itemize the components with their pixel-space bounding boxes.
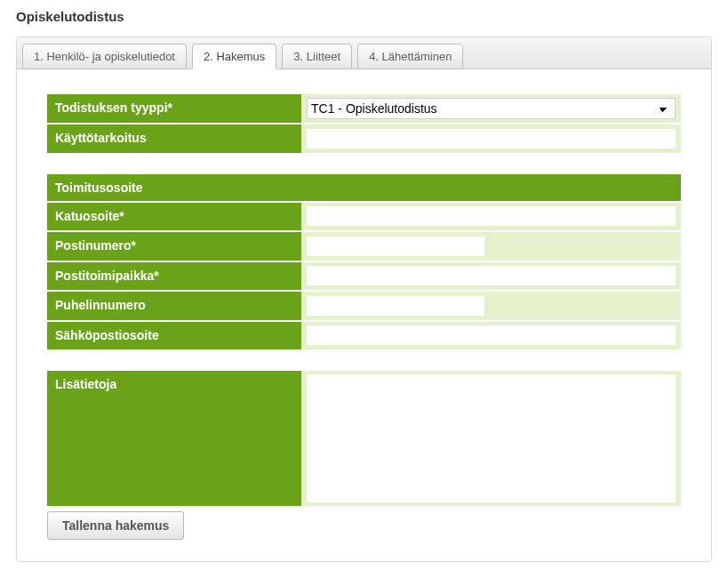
label-postinumero: Postinumero* [47, 232, 301, 261]
row-postinumero: Postinumero* [47, 232, 681, 261]
label-todistuksen-tyyppi: Todistuksen tyyppi* [47, 94, 301, 123]
cell-postitoimipaikka [301, 262, 681, 291]
row-sahkopostiosoite: Sähköpostiosoite [47, 322, 681, 350]
row-lisatietoja: Lisätietoja [47, 371, 681, 506]
tab-liitteet[interactable]: 3. Liitteet [282, 44, 352, 69]
select-todistuksen-tyyppi[interactable]: TC1 - Opiskelutodistus [307, 98, 676, 119]
page-title: Opiskelutodistus [16, 9, 712, 24]
tab-lahettaminen[interactable]: 4. Lähettäminen [357, 44, 463, 69]
tab-hakemus[interactable]: 2. Hakemus [192, 44, 276, 69]
input-kayttotarkoitus[interactable] [307, 129, 676, 149]
label-lisatietoja: Lisätietoja [47, 371, 301, 506]
input-postitoimipaikka[interactable] [307, 266, 676, 285]
tabs-container: 1. Henkilö- ja opiskelutiedot 2. Hakemus… [16, 36, 712, 562]
spacer [47, 351, 681, 371]
cell-katuosoite [301, 203, 681, 231]
tab-henkilo-ja-opiskelutiedot[interactable]: 1. Henkilö- ja opiskelutiedot [22, 44, 187, 69]
tabs-bar: 1. Henkilö- ja opiskelutiedot 2. Hakemus… [17, 37, 711, 69]
cell-sahkopostiosoite [301, 322, 681, 350]
cell-puhelinnumero [301, 292, 681, 320]
tallenna-hakemus-button[interactable]: Tallenna hakemus [47, 511, 184, 540]
row-puhelinnumero: Puhelinnumero [47, 292, 681, 320]
row-kayttotarkoitus: Käyttötarkoitus [47, 124, 681, 153]
input-sahkopostiosoite[interactable] [307, 325, 676, 345]
cell-kayttotarkoitus [301, 124, 681, 153]
button-row: Tallenna hakemus [47, 511, 681, 540]
label-kayttotarkoitus: Käyttötarkoitus [47, 124, 301, 153]
input-katuosoite[interactable] [307, 206, 676, 226]
row-todistuksen-tyyppi: Todistuksen tyyppi* TC1 - Opiskelutodist… [47, 94, 681, 123]
section-header-toimitusosoite: Toimitusosoite [47, 174, 681, 201]
tab-panel-hakemus: Todistuksen tyyppi* TC1 - Opiskelutodist… [17, 69, 711, 561]
row-katuosoite: Katuosoite* [47, 203, 681, 231]
label-sahkopostiosoite: Sähköpostiosoite [47, 322, 301, 350]
label-katuosoite: Katuosoite* [47, 203, 301, 231]
label-postitoimipaikka: Postitoimipaikka* [47, 262, 301, 291]
input-postinumero[interactable] [307, 237, 484, 256]
cell-todistuksen-tyyppi: TC1 - Opiskelutodistus [301, 94, 681, 123]
input-puhelinnumero[interactable] [307, 296, 484, 316]
row-postitoimipaikka: Postitoimipaikka* [47, 262, 681, 291]
cell-lisatietoja [301, 371, 681, 506]
label-puhelinnumero: Puhelinnumero [47, 292, 301, 320]
cell-postinumero [301, 232, 681, 261]
textarea-lisatietoja[interactable] [307, 374, 676, 502]
spacer [47, 155, 681, 174]
